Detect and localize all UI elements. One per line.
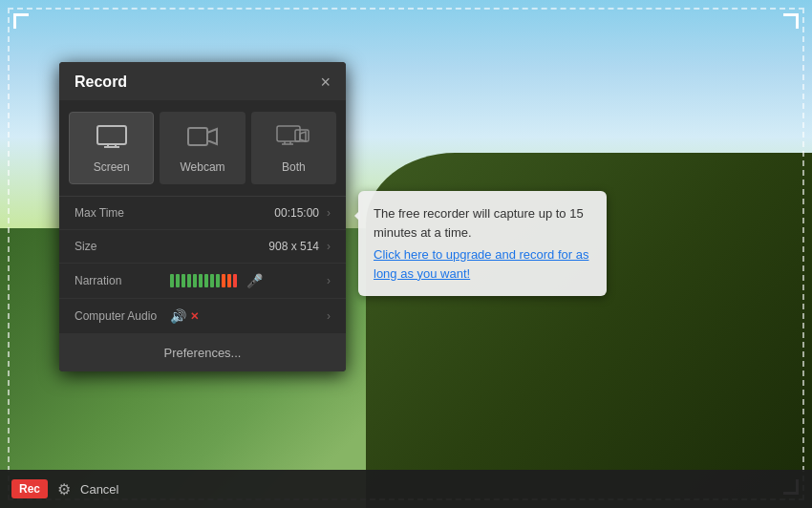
computer-audio-label: Computer Audio: [75, 309, 170, 323]
both-label: Both: [282, 160, 306, 174]
bottom-bar: Rec ⚙ Cancel: [0, 470, 812, 508]
bar-10: [222, 274, 225, 287]
size-row[interactable]: Size 908 x 514 ›: [59, 230, 346, 264]
both-icon: [276, 124, 310, 155]
max-time-label: Max Time: [75, 206, 170, 220]
bar-1: [170, 274, 174, 287]
mute-x-icon: ✕: [190, 310, 199, 323]
webcam-icon: [187, 124, 218, 155]
panel-title: Record: [75, 74, 127, 91]
bar-2: [176, 274, 180, 287]
narration-row[interactable]: Narration 🎤 ›: [59, 264, 346, 299]
preferences-button[interactable]: Preferences...: [59, 334, 346, 371]
svg-marker-5: [207, 129, 217, 144]
bar-4: [187, 274, 191, 287]
audio-arrow: ›: [327, 309, 331, 323]
size-arrow: ›: [327, 240, 331, 253]
size-value: 908 x 514: [170, 240, 327, 253]
svg-rect-4: [188, 128, 207, 145]
screen-icon: [96, 124, 127, 155]
screen-label: Screen: [94, 160, 130, 174]
bar-3: [182, 274, 185, 287]
narration-value: 🎤: [170, 273, 327, 288]
narration-bars: 🎤: [170, 273, 319, 288]
computer-audio-value: 🔊 ✕: [170, 308, 327, 324]
bar-11: [227, 274, 231, 287]
size-label: Size: [75, 240, 170, 253]
webcam-label: Webcam: [180, 160, 224, 174]
mode-selector: Screen Webcam: [59, 100, 346, 197]
tooltip-upgrade-link[interactable]: Click here to upgrade and record for as …: [374, 245, 591, 283]
panel-header: Record ×: [59, 62, 346, 100]
mode-screen[interactable]: Screen: [69, 112, 154, 184]
audio-muted: 🔊 ✕: [170, 308, 319, 324]
svg-marker-11: [300, 132, 306, 141]
mode-webcam[interactable]: Webcam: [160, 112, 245, 184]
cancel-button[interactable]: Cancel: [80, 482, 118, 497]
bar-9: [216, 274, 220, 287]
bar-12: [233, 274, 237, 287]
computer-audio-row[interactable]: Computer Audio 🔊 ✕ ›: [59, 299, 346, 334]
tooltip-bubble: The free recorder will capture up to 15 …: [358, 191, 607, 296]
rec-badge[interactable]: Rec: [11, 479, 48, 498]
tooltip-text: The free recorder will capture up to 15 …: [374, 206, 584, 240]
bar-5: [193, 274, 197, 287]
bar-8: [210, 274, 214, 287]
max-time-value: 00:15:00: [170, 206, 327, 220]
speaker-icon: 🔊: [170, 308, 186, 324]
svg-rect-0: [97, 126, 126, 144]
record-panel: Record × Screen Web: [59, 62, 346, 371]
bar-7: [204, 274, 208, 287]
bar-6: [199, 274, 203, 287]
svg-rect-6: [277, 126, 300, 141]
narration-label: Narration: [75, 274, 170, 287]
max-time-row[interactable]: Max Time 00:15:00 ›: [59, 197, 346, 230]
close-button[interactable]: ×: [320, 74, 331, 91]
mode-both[interactable]: Both: [251, 112, 336, 184]
max-time-arrow: ›: [327, 206, 331, 220]
gear-button[interactable]: ⚙: [57, 480, 71, 498]
settings-section: Max Time 00:15:00 › Size 908 x 514 › Nar…: [59, 197, 346, 334]
narration-arrow: ›: [327, 274, 331, 287]
mic-icon: 🎤: [246, 273, 263, 288]
